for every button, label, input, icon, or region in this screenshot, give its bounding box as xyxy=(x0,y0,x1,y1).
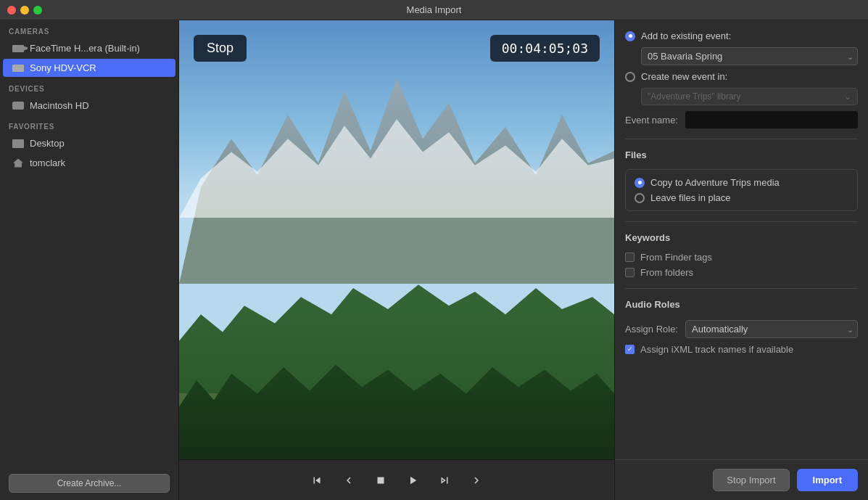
sidebar-item-label: FaceTime H...era (Built-in) xyxy=(30,43,140,54)
assign-role-label: Assign Role: xyxy=(625,324,678,335)
from-finder-tags-label: From Finder tags xyxy=(640,252,712,263)
main-content: CAMERAS FaceTime H...era (Built-in) Sony… xyxy=(0,20,868,500)
video-container: Stop 00:04:05;03 xyxy=(179,20,614,459)
window-title: Media Import xyxy=(407,4,462,15)
assign-role-select[interactable]: Automatically xyxy=(685,320,858,338)
stop-button[interactable] xyxy=(371,470,391,491)
leave-files-label: Leave files in place xyxy=(650,192,731,203)
import-button[interactable]: Import xyxy=(797,469,858,491)
ixml-row[interactable]: Assign iXML track names if available xyxy=(625,344,858,355)
files-section: Files Copy to Adventure Trips media Leav… xyxy=(625,149,858,211)
video-area: Stop 00:04:05;03 xyxy=(179,20,614,500)
right-panel: Add to existing event: 05 Bavaria Spring… xyxy=(614,20,868,500)
sidebar-footer: Create Archive... xyxy=(0,467,178,500)
sidebar-item-tomclark[interactable]: tomclark xyxy=(3,154,175,172)
existing-event-wrapper[interactable]: 05 Bavaria Spring ⌄ xyxy=(641,47,858,65)
timecode-overlay: 00:04:05;03 xyxy=(490,35,600,62)
titlebar: Media Import xyxy=(0,0,868,20)
sidebar-item-label: Macintosh HD xyxy=(30,100,89,111)
sidebar: CAMERAS FaceTime H...era (Built-in) Sony… xyxy=(0,20,179,500)
files-section-header: Files xyxy=(625,149,858,160)
video-background xyxy=(179,20,614,459)
from-folders-checkbox[interactable] xyxy=(625,268,635,277)
keywords-section-header: Keywords xyxy=(625,232,858,243)
play-button[interactable] xyxy=(402,470,423,491)
new-event-library-label: "Adventure Trips" library xyxy=(648,91,741,102)
copy-files-radio[interactable] xyxy=(635,178,645,188)
panel-divider-3 xyxy=(625,288,858,289)
event-name-label: Event name: xyxy=(625,115,678,126)
ixml-label: Assign iXML track names if available xyxy=(640,344,793,355)
playback-controls xyxy=(179,459,614,500)
leave-files-row[interactable]: Leave files in place xyxy=(635,192,848,203)
new-event-library-row: "Adventure Trips" library ⌄ xyxy=(641,88,858,105)
event-name-input[interactable] xyxy=(685,111,858,128)
create-new-event-row[interactable]: Create new event in: xyxy=(625,71,858,82)
new-event-library-dropdown: "Adventure Trips" library ⌄ xyxy=(641,88,858,105)
create-new-radio[interactable] xyxy=(625,72,635,82)
audio-roles-section: Audio Roles Assign Role: Automatically ⌄… xyxy=(625,299,858,355)
sidebar-item-label: Sony HDV-VCR xyxy=(30,62,96,73)
sidebar-item-desktop[interactable]: Desktop xyxy=(3,134,175,152)
files-box: Copy to Adventure Trips media Leave file… xyxy=(625,169,858,211)
create-new-label: Create new event in: xyxy=(641,71,727,82)
stop-overlay: Stop xyxy=(194,35,247,62)
create-archive-button[interactable]: Create Archive... xyxy=(9,474,170,493)
desktop-icon xyxy=(12,139,25,149)
existing-event-select[interactable]: 05 Bavaria Spring xyxy=(641,47,858,65)
keywords-section: Keywords From Finder tags From folders xyxy=(625,232,858,278)
video-frame: Stop 00:04:05;03 xyxy=(179,20,614,459)
sidebar-item-facetime[interactable]: FaceTime H...era (Built-in) xyxy=(3,39,175,57)
stop-import-button[interactable]: Stop Import xyxy=(713,469,789,491)
add-existing-radio[interactable] xyxy=(625,31,635,41)
jump-to-end-button[interactable] xyxy=(434,470,455,491)
sidebar-item-macintosh-hd[interactable]: Macintosh HD xyxy=(3,97,175,115)
svg-rect-0 xyxy=(378,477,384,483)
add-existing-label: Add to existing event: xyxy=(641,30,731,41)
existing-event-dropdown-row[interactable]: 05 Bavaria Spring ⌄ xyxy=(641,47,858,65)
jump-to-start-button[interactable] xyxy=(307,470,327,491)
devices-section-label: DEVICES xyxy=(0,78,178,96)
right-panel-inner: Add to existing event: 05 Bavaria Spring… xyxy=(615,20,868,459)
from-finder-tags-checkbox[interactable] xyxy=(625,253,635,262)
step-back-button[interactable] xyxy=(339,470,359,491)
assign-role-wrapper[interactable]: Automatically ⌄ xyxy=(685,320,858,338)
sidebar-item-label: tomclark xyxy=(30,157,65,168)
close-button[interactable] xyxy=(7,6,16,15)
ixml-checkbox[interactable] xyxy=(625,345,635,354)
panel-divider-1 xyxy=(625,139,858,139)
dropdown-chevron-disabled-icon: ⌄ xyxy=(844,91,851,102)
minimize-button[interactable] xyxy=(20,6,29,15)
from-folders-row[interactable]: From folders xyxy=(625,267,858,278)
audio-roles-header: Audio Roles xyxy=(625,299,858,310)
leave-files-radio[interactable] xyxy=(635,193,645,203)
camera-icon xyxy=(12,44,25,54)
sidebar-item-sony-hdv[interactable]: Sony HDV-VCR xyxy=(3,59,175,77)
add-existing-event-row[interactable]: Add to existing event: xyxy=(625,30,858,41)
from-folders-label: From folders xyxy=(640,267,693,278)
right-panel-footer: Stop Import Import xyxy=(615,459,868,500)
home-icon xyxy=(12,158,25,168)
sidebar-item-label: Desktop xyxy=(30,138,65,149)
event-name-row: Event name: xyxy=(625,111,858,128)
from-finder-tags-row[interactable]: From Finder tags xyxy=(625,252,858,263)
hd-icon xyxy=(12,101,25,111)
traffic-lights xyxy=(7,6,42,15)
cameras-section-label: CAMERAS xyxy=(0,20,178,38)
assign-role-row: Assign Role: Automatically ⌄ xyxy=(625,320,858,338)
vcr-icon xyxy=(12,63,25,73)
copy-files-label: Copy to Adventure Trips media xyxy=(650,177,780,188)
maximize-button[interactable] xyxy=(33,6,42,15)
next-button[interactable] xyxy=(466,470,487,491)
copy-files-row[interactable]: Copy to Adventure Trips media xyxy=(635,177,848,188)
favorites-section-label: FAVORITES xyxy=(0,115,178,134)
panel-divider-2 xyxy=(625,221,858,222)
event-section: Add to existing event: 05 Bavaria Spring… xyxy=(625,30,858,128)
